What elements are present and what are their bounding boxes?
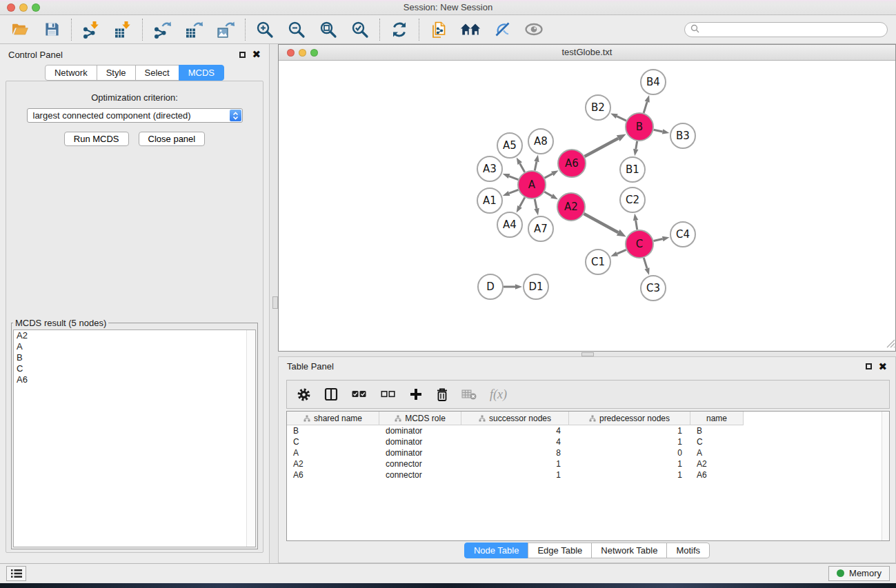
tab-node-table[interactable]: Node Table [464, 543, 529, 558]
node-A[interactable]: A [518, 171, 546, 199]
import-network-icon[interactable] [81, 19, 101, 40]
close-panel-icon[interactable]: ✖ [252, 51, 261, 58]
column-header-MCDS-role[interactable]: MCDS role [379, 412, 461, 425]
tab-style[interactable]: Style [97, 65, 136, 81]
zoom-selected-icon[interactable] [350, 19, 370, 40]
function-builder-icon[interactable]: f(x) [490, 387, 507, 402]
panel-divider-handle-vertical[interactable] [272, 296, 278, 309]
mcds-result-item[interactable]: C [14, 363, 255, 374]
node-D1[interactable]: D1 [524, 274, 548, 299]
tab-edge-table[interactable]: Edge Table [528, 543, 592, 558]
export-image-icon[interactable] [215, 19, 236, 40]
node-A5[interactable]: A5 [497, 133, 522, 158]
edge-A-A2[interactable] [544, 192, 552, 196]
run-mcds-button[interactable]: Run MCDS [64, 132, 129, 146]
edge-A-A6[interactable] [545, 174, 552, 178]
column-header-predecessor-nodes[interactable]: predecessor nodes [569, 412, 690, 425]
node-B[interactable]: B [626, 113, 653, 141]
edge-A2-C[interactable] [584, 214, 618, 232]
table-settings-gear-icon[interactable] [297, 387, 311, 402]
node-C1[interactable]: C1 [586, 250, 610, 274]
edge-B-B1[interactable] [636, 141, 637, 150]
tab-network-table[interactable]: Network Table [591, 543, 667, 558]
network-maximize-button[interactable] [310, 49, 318, 57]
show-hide-details-icon[interactable] [524, 19, 544, 40]
node-C3[interactable]: C3 [641, 276, 666, 301]
mcds-result-item[interactable]: A [14, 341, 255, 352]
deselect-all-columns-icon[interactable] [380, 389, 396, 399]
network-minimize-button[interactable] [299, 49, 306, 57]
column-header-name[interactable]: name [690, 412, 744, 425]
edge-A-A5[interactable] [520, 163, 525, 172]
node-A1[interactable]: A1 [477, 188, 502, 213]
mcds-result-item[interactable]: A2 [14, 330, 255, 341]
mcds-result-item[interactable]: A6 [14, 374, 255, 385]
node-B2[interactable]: B2 [586, 95, 610, 120]
tab-mcds[interactable]: MCDS [179, 65, 224, 81]
node-C[interactable]: C [626, 230, 653, 258]
node-B1[interactable]: B1 [620, 157, 645, 182]
edge-A-A7[interactable] [535, 199, 537, 209]
node-A4[interactable]: A4 [497, 212, 522, 237]
zoom-out-icon[interactable] [286, 19, 307, 40]
export-table-icon[interactable] [183, 19, 204, 40]
node-A8[interactable]: A8 [528, 129, 553, 154]
network-canvas[interactable]: B4B2BB3A8A5A6A3B1AC2A1A2A4A7C4CC1DD1C3 [279, 61, 895, 350]
optimization-criterion-select[interactable]: largest connected component (directed) [27, 108, 243, 123]
edge-A-A1[interactable] [509, 190, 518, 193]
table-row[interactable]: Bdominator41B [287, 425, 889, 436]
edge-A6-B[interactable] [584, 139, 618, 156]
new-network-from-selection-icon[interactable] [428, 19, 449, 40]
node-A2[interactable]: A2 [557, 193, 585, 221]
node-D[interactable]: D [478, 274, 503, 299]
task-history-button[interactable] [6, 566, 26, 581]
save-session-icon[interactable] [41, 19, 62, 40]
edge-C-C2[interactable] [636, 221, 637, 230]
mcds-list-scrollbar[interactable] [246, 330, 255, 547]
close-table-panel-icon[interactable]: ✖ [878, 363, 887, 370]
search-field[interactable] [684, 22, 888, 37]
node-B3[interactable]: B3 [670, 123, 695, 148]
table-row[interactable]: A6connector11A6 [287, 469, 889, 480]
edge-C-C4[interactable] [653, 239, 662, 241]
select-all-columns-icon[interactable] [351, 389, 367, 399]
network-close-button[interactable] [287, 49, 295, 57]
tab-select[interactable]: Select [135, 65, 179, 81]
show-columns-icon[interactable] [324, 387, 338, 401]
close-panel-button[interactable]: Close panel [139, 132, 206, 146]
search-input[interactable] [703, 24, 882, 35]
table-row[interactable]: Adominator80A [287, 447, 889, 458]
delete-column-icon[interactable] [436, 387, 448, 402]
column-header-shared-name[interactable]: shared name [287, 412, 379, 425]
open-file-icon[interactable] [10, 19, 30, 40]
node-A3[interactable]: A3 [477, 156, 502, 181]
export-network-icon[interactable] [152, 19, 172, 40]
resize-grip[interactable] [886, 338, 895, 351]
memory-button[interactable]: Memory [828, 566, 890, 581]
add-column-icon[interactable] [409, 387, 423, 401]
edge-B-B4[interactable] [644, 102, 647, 113]
edge-A-A4[interactable] [519, 197, 524, 206]
node-B4[interactable]: B4 [641, 70, 666, 94]
column-header-successor-nodes[interactable]: successor nodes [461, 412, 569, 425]
node-A6[interactable]: A6 [558, 150, 586, 177]
edge-A-A3[interactable] [509, 176, 518, 180]
table-row[interactable]: Cdominator41C [287, 436, 889, 447]
node-C4[interactable]: C4 [670, 222, 695, 247]
apply-layout-icon[interactable] [389, 19, 410, 40]
edge-B-B3[interactable] [654, 130, 663, 132]
tab-network[interactable]: Network [45, 65, 97, 81]
edge-B-B2[interactable] [617, 116, 626, 121]
edge-A-A8[interactable] [535, 161, 537, 170]
edge-C-C1[interactable] [617, 250, 626, 254]
maximize-window-button[interactable] [32, 3, 40, 12]
close-window-button[interactable] [7, 3, 15, 12]
zoom-fit-icon[interactable] [318, 19, 339, 40]
import-table-icon[interactable] [112, 19, 133, 40]
minimize-window-button[interactable] [19, 3, 28, 12]
mcds-result-item[interactable]: B [14, 352, 255, 363]
node-A7[interactable]: A7 [528, 216, 553, 241]
tab-motifs[interactable]: Motifs [666, 543, 710, 558]
float-table-panel-icon[interactable] [866, 363, 872, 369]
edge-C-C3[interactable] [644, 258, 647, 268]
